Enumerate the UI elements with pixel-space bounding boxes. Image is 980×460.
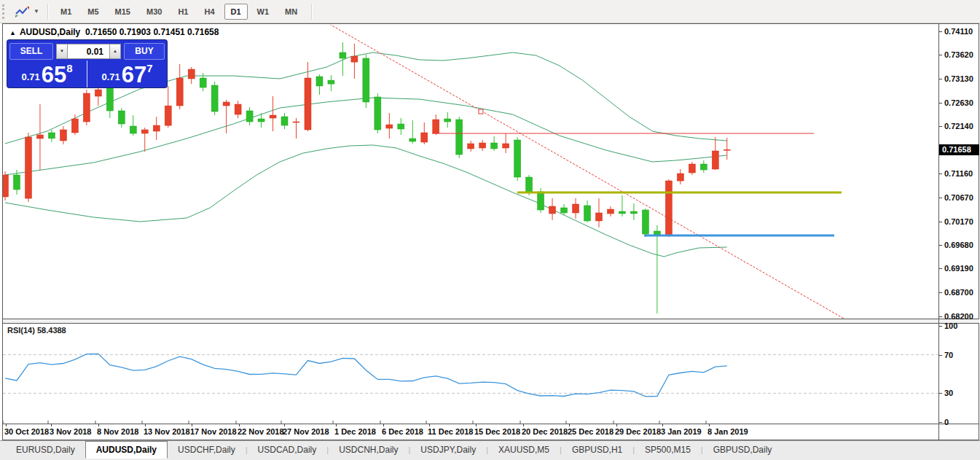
date-tick-mark bbox=[6, 424, 7, 426]
date-tick-label: 30 Oct 2018 bbox=[4, 427, 49, 436]
tf-button-H4[interactable]: H4 bbox=[197, 4, 221, 20]
tf-button-M5[interactable]: M5 bbox=[81, 4, 105, 20]
buy-button[interactable]: BUY bbox=[124, 43, 165, 60]
candle-body bbox=[665, 181, 672, 235]
candle-body bbox=[456, 120, 463, 155]
tf-button-D1[interactable]: D1 bbox=[224, 4, 248, 20]
buy-price[interactable]: 0.71 67 7 bbox=[87, 61, 167, 87]
price-tick-mark bbox=[939, 79, 942, 79]
sell-price-pip: 8 bbox=[66, 62, 72, 74]
tab-usdchf-daily[interactable]: USDCHF,Daily bbox=[168, 443, 246, 457]
time-axis-line bbox=[3, 424, 979, 424]
tab-sp500-m15[interactable]: SP500,M15 bbox=[635, 443, 701, 457]
candle-body bbox=[689, 164, 695, 173]
tab-xauusd-m5[interactable]: XAUUSD,M5 bbox=[488, 443, 560, 457]
candle-body bbox=[491, 143, 498, 149]
mt4-window: ▼ M1M5M15M30H1H4D1W1MN ▲AUDUSD,Daily 0.7… bbox=[0, 0, 980, 460]
candle-body bbox=[468, 144, 474, 149]
chart-shift-icon[interactable] bbox=[15, 6, 29, 17]
candle-body bbox=[328, 80, 334, 84]
date-tick-label: 6 Dec 2018 bbox=[382, 427, 423, 436]
candle-body bbox=[188, 69, 195, 79]
price-tick-label: 0.68200 bbox=[944, 312, 973, 321]
tf-button-M30[interactable]: M30 bbox=[140, 4, 168, 20]
sell-price-big: 65 bbox=[42, 64, 66, 85]
date-tick-mark bbox=[284, 424, 285, 426]
price-tick-label: 0.69680 bbox=[944, 241, 973, 249]
candle-body bbox=[316, 77, 323, 86]
candle-body bbox=[258, 119, 264, 122]
rsi-canvas[interactable] bbox=[3, 324, 938, 424]
trendline-object[interactable] bbox=[329, 25, 845, 319]
price-tick-label: 0.71160 bbox=[944, 169, 973, 178]
candle-body bbox=[106, 87, 113, 111]
price-tick-label: 0.73130 bbox=[944, 74, 973, 83]
date-tick-label: 3 Jan 2019 bbox=[661, 427, 702, 436]
price-tick-label: 0.72140 bbox=[944, 122, 973, 130]
candle-body bbox=[270, 115, 276, 118]
bollinger-lower-band bbox=[5, 145, 727, 257]
candle-body bbox=[700, 164, 707, 170]
date-tick-mark bbox=[51, 424, 52, 426]
tf-button-W1[interactable]: W1 bbox=[251, 4, 276, 20]
candle-body bbox=[712, 151, 718, 169]
tab-usdcnh-daily[interactable]: USDCNH,Daily bbox=[329, 443, 408, 457]
tf-button-MN[interactable]: MN bbox=[278, 4, 304, 20]
candle-body bbox=[654, 231, 660, 235]
price-tick-label: 0.74110 bbox=[944, 27, 973, 36]
sell-button[interactable]: SELL bbox=[9, 43, 53, 60]
sell-price[interactable]: 0.71 65 8 bbox=[7, 61, 87, 87]
candle-body bbox=[561, 208, 568, 213]
candle-body bbox=[584, 206, 591, 221]
volume-value[interactable]: 0.01 bbox=[68, 44, 109, 59]
volume-stepper: ▼ 0.01 ▲ bbox=[56, 44, 121, 59]
sell-price-prefix: 0.71 bbox=[21, 71, 39, 82]
price-tick-mark bbox=[939, 55, 942, 55]
buy-price-pip: 7 bbox=[146, 62, 152, 74]
date-tick-label: 20 Dec 2018 bbox=[522, 427, 568, 436]
candle-body bbox=[479, 143, 486, 148]
tab-usdcad-daily[interactable]: USDCAD,Daily bbox=[248, 443, 327, 457]
volume-decrease-button[interactable]: ▼ bbox=[56, 44, 68, 59]
rsi-current-value: 58.4388 bbox=[37, 326, 66, 335]
candle-body bbox=[503, 144, 509, 148]
pane-divider-line bbox=[3, 319, 979, 319]
chart-title-symbol: AUDUSD,Daily bbox=[20, 27, 80, 37]
price-tick-label: 0.72630 bbox=[944, 98, 973, 107]
tf-button-H1[interactable]: H1 bbox=[171, 4, 195, 20]
date-tick-label: 8 Nov 2018 bbox=[97, 427, 138, 436]
tf-button-M15[interactable]: M15 bbox=[109, 4, 137, 20]
price-tick-mark bbox=[939, 316, 942, 317]
candle-body bbox=[340, 52, 346, 58]
date-tick-mark bbox=[145, 424, 146, 426]
candle-body bbox=[351, 56, 358, 62]
tf-button-M1[interactable]: M1 bbox=[54, 4, 78, 20]
toolbar-grip[interactable] bbox=[2, 4, 7, 19]
date-tick-mark bbox=[383, 424, 384, 426]
timeframe-toolbar: ▼ M1M5M15M30H1H4D1W1MN bbox=[0, 0, 980, 23]
tab-usdjpy-daily[interactable]: USDJPY,Daily bbox=[410, 443, 486, 457]
candle-body bbox=[305, 78, 311, 130]
tab-audusd-daily[interactable]: AUDUSD,Daily bbox=[85, 441, 168, 459]
symbol-marker-icon: ▲ bbox=[9, 29, 16, 36]
candle-body bbox=[293, 122, 299, 122]
candle-body bbox=[607, 209, 614, 214]
candle-body bbox=[573, 204, 579, 213]
candle-body bbox=[630, 211, 637, 214]
trendline-anchor-marker[interactable] bbox=[479, 109, 483, 114]
toolbar-separator bbox=[311, 4, 312, 20]
candle-body bbox=[595, 213, 602, 221]
candle-body bbox=[246, 111, 253, 122]
price-tick-mark bbox=[939, 174, 942, 174]
candle-body bbox=[677, 174, 683, 181]
volume-increase-button[interactable]: ▲ bbox=[109, 44, 121, 59]
tab-gbpusd-daily[interactable]: GBPUSD,Daily bbox=[703, 443, 783, 457]
chevron-down-icon[interactable]: ▼ bbox=[31, 8, 42, 15]
tab-gbpusd-h1[interactable]: GBPUSD,H1 bbox=[562, 443, 632, 457]
date-tick-mark bbox=[523, 424, 524, 426]
date-tick-label: 11 Dec 2018 bbox=[428, 427, 473, 436]
tab-eurusd-daily[interactable]: EURUSD,Daily bbox=[6, 443, 85, 457]
candle-body bbox=[141, 130, 148, 133]
date-tick-label: 29 Dec 2018 bbox=[615, 427, 661, 436]
date-tick-label: 25 Dec 2018 bbox=[568, 427, 614, 436]
